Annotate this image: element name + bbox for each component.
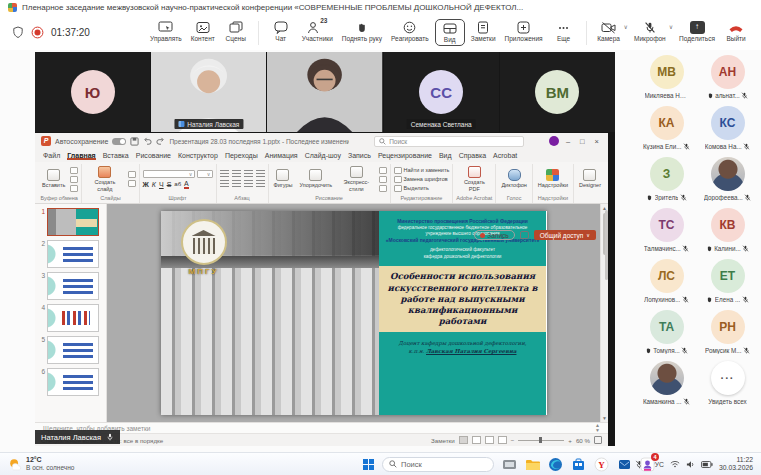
participant-avatar[interactable]: КВ	[711, 208, 745, 242]
minimize-button[interactable]: –	[563, 137, 573, 146]
volume-icon[interactable]	[686, 460, 695, 469]
participant-avatar[interactable]: З	[650, 157, 684, 191]
indent-icon[interactable]	[244, 170, 253, 178]
ppt-notes-bar[interactable]: Щелкните, чтобы добавить заметки ▲▼	[35, 422, 608, 433]
paste-button[interactable]: Вставить	[40, 169, 67, 188]
video-tile[interactable]: СС Семенака Светлана	[384, 52, 499, 132]
maximize-button[interactable]: □	[577, 137, 588, 146]
bold-button[interactable]: Ж	[143, 181, 149, 188]
participant-avatar[interactable]	[650, 361, 684, 395]
participant-avatar[interactable]	[711, 157, 745, 191]
italic-button[interactable]: К	[152, 181, 156, 188]
find-replace-button[interactable]: Найти и заменить	[394, 167, 450, 174]
ppt-search-box[interactable]: Поиск	[374, 136, 524, 147]
wifi-icon[interactable]	[670, 460, 680, 468]
strikethrough-button[interactable]: S	[167, 181, 172, 188]
slide-thumbnail[interactable]: 4	[35, 304, 103, 332]
video-tile[interactable]: Наталия Лавская	[151, 52, 266, 132]
ppt-menu-item[interactable]: Анимация	[265, 152, 298, 159]
participant-cell[interactable]: ТС Талмачинс...	[637, 208, 696, 252]
ppt-menu-item[interactable]: Вид	[439, 152, 452, 159]
apps-button[interactable]: Приложения	[502, 19, 546, 44]
save-icon[interactable]	[130, 137, 139, 146]
taskbar-search[interactable]: Поиск	[382, 457, 494, 472]
ppt-menu-item[interactable]: Рецензирование	[378, 152, 432, 159]
normal-view-button[interactable]	[459, 436, 468, 444]
ppt-menu-item[interactable]: Слайд-шоу	[305, 152, 341, 159]
taskbar-weather-widget[interactable]: 12°C В осн. солнечно	[8, 456, 74, 472]
shapes-button[interactable]: Фигуры	[272, 169, 295, 188]
participant-cell[interactable]: Дорофеева...	[698, 157, 757, 201]
slide-thumbnail[interactable]: 5	[35, 336, 103, 364]
video-tile[interactable]: ВМ	[500, 52, 615, 132]
participant-cell[interactable]: КА Кузина Ели...	[637, 106, 696, 150]
font-size-select[interactable]	[197, 170, 213, 178]
yandex-browser-icon[interactable]: Y	[594, 457, 609, 472]
task-view-icon[interactable]	[502, 457, 517, 472]
taskbar-clock[interactable]: 11:22 30.03.2026	[719, 456, 753, 472]
numbered-list-icon[interactable]	[232, 170, 241, 178]
quick-styles-button[interactable]: Экспресс-стили	[337, 166, 375, 191]
line-spacing-icon[interactable]	[256, 170, 265, 178]
participant-cell[interactable]: ТА Томуля...	[637, 310, 696, 354]
participant-avatar[interactable]: ···	[711, 361, 745, 395]
ppt-menu-item[interactable]: Справка	[459, 152, 486, 159]
slide-sorter-view-button[interactable]	[472, 436, 481, 444]
manage-button[interactable]: Управлять	[147, 19, 185, 44]
undo-icon[interactable]	[143, 137, 152, 146]
notes-toggle-button[interactable]: Заметки	[431, 437, 455, 444]
document-title[interactable]: Презентация 28.03 последняя 1.pptx - Пос…	[169, 138, 349, 145]
react-button[interactable]: Реагировать	[388, 19, 432, 44]
cut-icon[interactable]	[70, 167, 78, 174]
format-painter-icon[interactable]	[70, 185, 78, 192]
participant-avatar[interactable]: ЕТ	[711, 259, 745, 293]
meeting-app-icon[interactable]: 4	[640, 457, 655, 472]
shape-outline-icon[interactable]	[379, 176, 387, 183]
participant-avatar[interactable]: ТА	[650, 310, 684, 344]
mail-app-icon[interactable]	[617, 457, 632, 472]
new-slide-button[interactable]: Создать слайд	[85, 166, 124, 191]
battery-icon[interactable]	[701, 461, 713, 468]
view-button[interactable]: Вид	[435, 19, 465, 46]
slide-thumbnail[interactable]: 2	[35, 240, 103, 268]
participant-cell[interactable]: РН Ромусик М...	[698, 310, 757, 354]
close-button[interactable]: ×	[592, 137, 602, 146]
bullet-list-icon[interactable]	[220, 170, 229, 178]
text-shadow-button[interactable]: аб	[174, 181, 181, 187]
participant-cell[interactable]: З Зритель	[637, 157, 696, 201]
columns-icon[interactable]	[256, 180, 265, 188]
participant-cell[interactable]: АН альнат...	[698, 55, 757, 99]
notes-button[interactable]: Заметки	[468, 19, 499, 44]
autosave-toggle[interactable]	[112, 138, 126, 145]
ppt-menu-item[interactable]: Переходы	[225, 152, 258, 159]
notes-resize-arrows[interactable]: ▲▼	[595, 423, 600, 433]
font-color-button[interactable]: А	[184, 180, 189, 189]
content-button[interactable]: Контент	[188, 19, 218, 44]
select-button[interactable]: Выделить	[394, 185, 429, 192]
participant-cell[interactable]: МВ Микляева Ната...	[637, 55, 696, 99]
video-tile[interactable]	[267, 52, 382, 132]
raise-hand-button[interactable]: Поднять руку	[339, 19, 385, 44]
dictate-button[interactable]: Диктофон	[499, 169, 528, 188]
align-center-icon[interactable]	[232, 180, 241, 188]
camera-options-chevron[interactable]: ∨	[624, 23, 628, 44]
participant-cell[interactable]: КВ Калини...	[698, 208, 757, 252]
participant-cell[interactable]: КС Комова На...	[698, 106, 757, 150]
ppt-menu-item[interactable]: Рисование	[136, 152, 171, 159]
participant-avatar[interactable]: КА	[650, 106, 684, 140]
comments-icon[interactable]	[520, 231, 529, 239]
create-pdf-button[interactable]: Создать PDF	[456, 166, 492, 191]
slide-thumbnail[interactable]: 3	[35, 272, 103, 300]
mic-options-chevron[interactable]: ∨	[669, 23, 673, 44]
addins-button[interactable]: Надстройки	[536, 169, 570, 188]
slide-thumbnail[interactable]: 1	[35, 208, 103, 236]
font-name-select[interactable]	[143, 170, 195, 178]
participants-button[interactable]: 23 Участники	[299, 19, 336, 44]
participant-avatar[interactable]: КС	[711, 106, 745, 140]
ppt-menu-item[interactable]: Конструктор	[178, 152, 218, 159]
chat-button[interactable]: Чат	[266, 19, 296, 44]
mic-button[interactable]: Микрофон	[631, 19, 669, 44]
participant-avatar[interactable]: АН	[711, 55, 745, 89]
copy-icon[interactable]	[70, 176, 78, 183]
scenes-button[interactable]: Сцены	[221, 19, 251, 44]
